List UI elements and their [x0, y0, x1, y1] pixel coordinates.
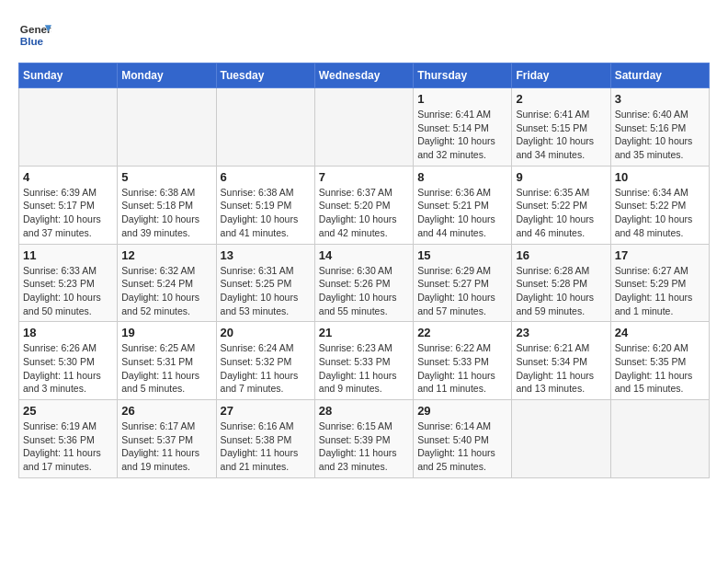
calendar-day-cell: 18Sunrise: 6:26 AM Sunset: 5:30 PM Dayli… [19, 322, 118, 400]
day-info: Sunrise: 6:27 AM Sunset: 5:29 PM Dayligh… [615, 264, 705, 318]
day-number: 18 [23, 326, 113, 339]
weekday-header: Saturday [610, 63, 709, 88]
day-number: 9 [516, 170, 606, 184]
calendar-day-cell: 21Sunrise: 6:23 AM Sunset: 5:33 PM Dayli… [314, 322, 413, 400]
day-number: 11 [23, 248, 113, 262]
day-number: 14 [319, 248, 409, 262]
calendar-day-cell: 1Sunrise: 6:41 AM Sunset: 5:14 PM Daylig… [414, 88, 512, 167]
day-number: 22 [417, 326, 507, 339]
day-info: Sunrise: 6:19 AM Sunset: 5:36 PM Dayligh… [23, 419, 113, 474]
calendar-day-cell: 10Sunrise: 6:34 AM Sunset: 5:22 PM Dayli… [610, 166, 709, 244]
day-info: Sunrise: 6:38 AM Sunset: 5:18 PM Dayligh… [121, 186, 211, 240]
day-number: 26 [121, 404, 211, 418]
day-number: 13 [221, 248, 311, 262]
day-info: Sunrise: 6:33 AM Sunset: 5:23 PM Dayligh… [23, 264, 113, 318]
day-number: 16 [516, 248, 606, 262]
calendar-day-cell: 8Sunrise: 6:36 AM Sunset: 5:21 PM Daylig… [414, 166, 512, 244]
day-info: Sunrise: 6:35 AM Sunset: 5:22 PM Dayligh… [516, 186, 606, 240]
day-info: Sunrise: 6:37 AM Sunset: 5:20 PM Dayligh… [319, 186, 409, 240]
day-info: Sunrise: 6:21 AM Sunset: 5:34 PM Dayligh… [516, 341, 606, 396]
day-number: 21 [319, 326, 409, 339]
day-info: Sunrise: 6:41 AM Sunset: 5:14 PM Dayligh… [417, 108, 507, 162]
weekday-header: Monday [118, 63, 216, 88]
calendar-day-cell: 22Sunrise: 6:22 AM Sunset: 5:33 PM Dayli… [414, 322, 512, 400]
calendar-day-cell: 20Sunrise: 6:24 AM Sunset: 5:32 PM Dayli… [216, 322, 314, 400]
day-number: 15 [417, 248, 507, 262]
day-info: Sunrise: 6:38 AM Sunset: 5:19 PM Dayligh… [221, 186, 311, 240]
day-info: Sunrise: 6:31 AM Sunset: 5:25 PM Dayligh… [221, 264, 311, 318]
calendar-day-cell: 14Sunrise: 6:30 AM Sunset: 5:26 PM Dayli… [314, 244, 413, 322]
day-info: Sunrise: 6:24 AM Sunset: 5:32 PM Dayligh… [221, 341, 311, 396]
day-info: Sunrise: 6:16 AM Sunset: 5:38 PM Dayligh… [221, 419, 311, 474]
calendar-day-cell: 5Sunrise: 6:38 AM Sunset: 5:18 PM Daylig… [118, 166, 216, 244]
day-number: 8 [417, 170, 507, 184]
calendar-day-cell: 16Sunrise: 6:28 AM Sunset: 5:28 PM Dayli… [512, 244, 610, 322]
page-header: General Blue [18, 18, 710, 52]
day-number: 28 [319, 404, 409, 418]
weekday-header: Thursday [414, 63, 512, 88]
day-info: Sunrise: 6:20 AM Sunset: 5:35 PM Dayligh… [615, 341, 705, 396]
calendar-day-cell: 15Sunrise: 6:29 AM Sunset: 5:27 PM Dayli… [414, 244, 512, 322]
day-info: Sunrise: 6:40 AM Sunset: 5:16 PM Dayligh… [615, 108, 705, 162]
calendar-day-cell: 6Sunrise: 6:38 AM Sunset: 5:19 PM Daylig… [216, 166, 314, 244]
day-info: Sunrise: 6:29 AM Sunset: 5:27 PM Dayligh… [417, 264, 507, 318]
day-info: Sunrise: 6:23 AM Sunset: 5:33 PM Dayligh… [319, 341, 409, 396]
day-info: Sunrise: 6:14 AM Sunset: 5:40 PM Dayligh… [417, 419, 507, 474]
calendar-header-row: SundayMondayTuesdayWednesdayThursdayFrid… [19, 63, 710, 88]
day-number: 23 [516, 326, 606, 339]
calendar-day-cell: 7Sunrise: 6:37 AM Sunset: 5:20 PM Daylig… [314, 166, 413, 244]
calendar-day-cell: 3Sunrise: 6:40 AM Sunset: 5:16 PM Daylig… [610, 88, 709, 167]
day-info: Sunrise: 6:15 AM Sunset: 5:39 PM Dayligh… [319, 419, 409, 474]
calendar-day-cell [314, 88, 413, 167]
calendar-week-row: 25Sunrise: 6:19 AM Sunset: 5:36 PM Dayli… [19, 400, 710, 478]
calendar-day-cell: 28Sunrise: 6:15 AM Sunset: 5:39 PM Dayli… [314, 400, 413, 478]
calendar-day-cell [118, 88, 216, 167]
calendar-week-row: 1Sunrise: 6:41 AM Sunset: 5:14 PM Daylig… [19, 88, 710, 167]
calendar-table: SundayMondayTuesdayWednesdayThursdayFrid… [18, 63, 710, 478]
day-number: 12 [121, 248, 211, 262]
calendar-day-cell: 2Sunrise: 6:41 AM Sunset: 5:15 PM Daylig… [512, 88, 610, 167]
weekday-header: Tuesday [216, 63, 314, 88]
calendar-day-cell: 25Sunrise: 6:19 AM Sunset: 5:36 PM Dayli… [19, 400, 118, 478]
day-number: 27 [221, 404, 311, 418]
day-number: 5 [121, 170, 211, 184]
day-number: 2 [516, 92, 606, 106]
day-info: Sunrise: 6:39 AM Sunset: 5:17 PM Dayligh… [23, 186, 113, 240]
day-number: 17 [615, 248, 705, 262]
day-number: 7 [319, 170, 409, 184]
day-number: 6 [221, 170, 311, 184]
calendar-day-cell [216, 88, 314, 167]
calendar-day-cell [512, 400, 610, 478]
day-number: 20 [221, 326, 311, 339]
day-number: 29 [417, 404, 507, 418]
calendar-day-cell: 26Sunrise: 6:17 AM Sunset: 5:37 PM Dayli… [118, 400, 216, 478]
day-info: Sunrise: 6:17 AM Sunset: 5:37 PM Dayligh… [121, 419, 211, 474]
day-info: Sunrise: 6:32 AM Sunset: 5:24 PM Dayligh… [121, 264, 211, 318]
calendar-day-cell: 17Sunrise: 6:27 AM Sunset: 5:29 PM Dayli… [610, 244, 709, 322]
calendar-day-cell: 24Sunrise: 6:20 AM Sunset: 5:35 PM Dayli… [610, 322, 709, 400]
calendar-day-cell: 11Sunrise: 6:33 AM Sunset: 5:23 PM Dayli… [19, 244, 118, 322]
weekday-header: Friday [512, 63, 610, 88]
day-number: 3 [615, 92, 705, 106]
day-number: 25 [23, 404, 113, 418]
day-number: 4 [23, 170, 113, 184]
day-info: Sunrise: 6:36 AM Sunset: 5:21 PM Dayligh… [417, 186, 507, 240]
calendar-day-cell [19, 88, 118, 167]
calendar-day-cell: 13Sunrise: 6:31 AM Sunset: 5:25 PM Dayli… [216, 244, 314, 322]
weekday-header: Wednesday [314, 63, 413, 88]
calendar-day-cell: 12Sunrise: 6:32 AM Sunset: 5:24 PM Dayli… [118, 244, 216, 322]
calendar-day-cell: 9Sunrise: 6:35 AM Sunset: 5:22 PM Daylig… [512, 166, 610, 244]
day-number: 24 [615, 326, 705, 339]
calendar-week-row: 4Sunrise: 6:39 AM Sunset: 5:17 PM Daylig… [19, 166, 710, 244]
day-info: Sunrise: 6:41 AM Sunset: 5:15 PM Dayligh… [516, 108, 606, 162]
weekday-header: Sunday [19, 63, 118, 88]
day-number: 10 [615, 170, 705, 184]
calendar-day-cell: 19Sunrise: 6:25 AM Sunset: 5:31 PM Dayli… [118, 322, 216, 400]
calendar-day-cell [610, 400, 709, 478]
calendar-day-cell: 29Sunrise: 6:14 AM Sunset: 5:40 PM Dayli… [414, 400, 512, 478]
calendar-day-cell: 23Sunrise: 6:21 AM Sunset: 5:34 PM Dayli… [512, 322, 610, 400]
day-info: Sunrise: 6:30 AM Sunset: 5:26 PM Dayligh… [319, 264, 409, 318]
day-info: Sunrise: 6:34 AM Sunset: 5:22 PM Dayligh… [615, 186, 705, 240]
day-info: Sunrise: 6:25 AM Sunset: 5:31 PM Dayligh… [121, 341, 211, 396]
calendar-week-row: 11Sunrise: 6:33 AM Sunset: 5:23 PM Dayli… [19, 244, 710, 322]
